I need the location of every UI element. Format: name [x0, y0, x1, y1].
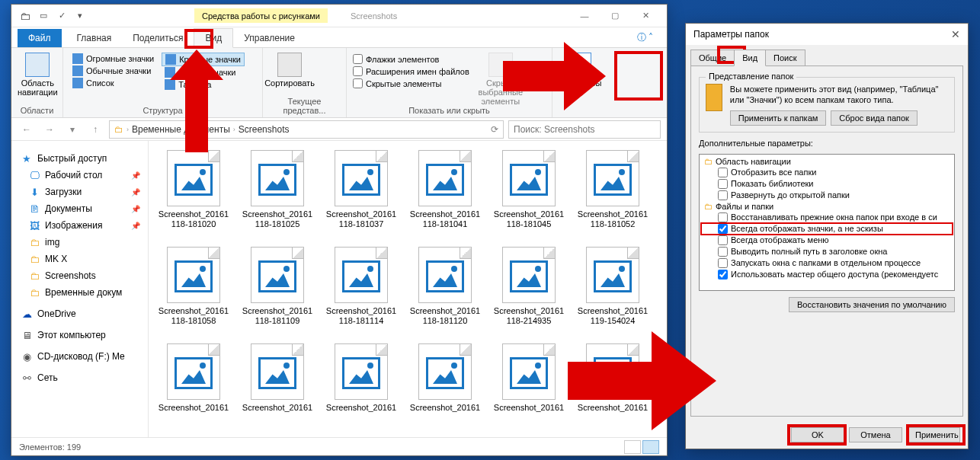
- nav-downloads[interactable]: ⬇Загрузки📌: [11, 184, 148, 200]
- forward-button[interactable]: →: [40, 120, 59, 139]
- show-all-folders-checkbox[interactable]: [718, 168, 728, 177]
- back-button[interactable]: ←: [18, 120, 36, 139]
- up-button[interactable]: ↑: [86, 120, 104, 139]
- hidden-items-toggle[interactable]: Скрытые элементы: [353, 78, 469, 88]
- file-item[interactable]: Screenshot_20161: [237, 340, 318, 436]
- file-item[interactable]: Screenshot_20161118-181045: [488, 147, 569, 242]
- apply-button[interactable]: Применить: [907, 427, 960, 442]
- breadcrumb[interactable]: 🗀› Временные документы› Screenshots ⟳: [109, 120, 504, 139]
- file-item[interactable]: Screenshot_20161: [405, 340, 485, 436]
- advanced-settings-list[interactable]: 🗀Область навигации Отобразить все папки …: [699, 154, 955, 291]
- file-item[interactable]: Screenshot_20161: [488, 340, 569, 436]
- file-item[interactable]: Screenshot_20161118-181058: [153, 244, 234, 339]
- recent-dropdown[interactable]: ▾: [63, 120, 82, 139]
- title-bar: 🗀 ▭ ✓ ▾ Средства работы с рисунками Scre…: [11, 5, 667, 27]
- sort-button[interactable]: Сортировать: [269, 53, 310, 88]
- layout-huge-icons[interactable]: Огромные значки: [69, 53, 157, 65]
- layout-medium-icons[interactable]: Обычные значки: [69, 65, 157, 77]
- separate-process-checkbox[interactable]: [718, 258, 728, 268]
- file-item[interactable]: Screenshot_20161118-181120: [405, 244, 485, 339]
- nav-screenshots[interactable]: 🗀Screenshots: [11, 267, 148, 284]
- apply-to-folders-button[interactable]: Применить к папкам: [730, 110, 827, 126]
- item-checkboxes-toggle[interactable]: Флажки элементов: [353, 54, 469, 64]
- file-extensions-toggle[interactable]: Расширения имен файлов: [353, 66, 469, 76]
- ribbon-group-label: Показать или скрыть: [353, 106, 546, 117]
- window-title: Screenshots: [351, 11, 397, 21]
- file-item[interactable]: Screenshot_20161118-181109: [237, 244, 318, 339]
- refresh-icon[interactable]: ⟳: [491, 124, 498, 135]
- file-item[interactable]: Screenshot_20161118-214935: [488, 244, 569, 339]
- search-input[interactable]: [508, 120, 661, 139]
- nav-cd-drive[interactable]: ◉CD-дисковод (F:) Me: [11, 348, 148, 365]
- ribbon-group-label: Текущее представ...: [269, 97, 340, 117]
- minimize-button[interactable]: —: [569, 5, 600, 27]
- search-tab[interactable]: Поиск: [765, 50, 805, 66]
- nav-this-pc[interactable]: 🖥Этот компьютер: [11, 327, 148, 343]
- nav-onedrive[interactable]: ☁OneDrive: [11, 305, 148, 322]
- nav-pictures[interactable]: 🖼Изображения📌: [11, 217, 148, 234]
- restore-defaults-button[interactable]: Восстановить значения по умолчанию: [789, 297, 955, 312]
- folder-options-dialog: Параметры папок ✕ Общие Вид Поиск Предст…: [685, 23, 969, 449]
- show-libraries-checkbox[interactable]: [718, 179, 728, 189]
- file-item[interactable]: Screenshot_20161118-181037: [321, 147, 402, 242]
- quick-access[interactable]: ★Быстрый доступ: [11, 150, 148, 167]
- file-explorer-window: 🗀 ▭ ✓ ▾ Средства работы с рисунками Scre…: [11, 4, 668, 456]
- restore-windows-checkbox[interactable]: [718, 212, 728, 222]
- layout-table[interactable]: Таблица: [162, 78, 245, 91]
- nav-network[interactable]: ⚯Сеть: [11, 369, 148, 386]
- file-item[interactable]: Screenshot_20161119-154024: [572, 244, 653, 339]
- qat-properties-icon[interactable]: ▭: [36, 8, 51, 24]
- file-item[interactable]: Screenshot_20161: [321, 340, 402, 436]
- nav-img[interactable]: 🗀img: [11, 234, 148, 251]
- nav-temp[interactable]: 🗀Временные докум: [11, 284, 148, 301]
- cancel-button[interactable]: Отмена: [849, 427, 902, 442]
- always-show-icons-checkbox[interactable]: [718, 224, 728, 234]
- file-item[interactable]: Screenshot_20161118-181052: [572, 147, 653, 242]
- ok-button[interactable]: OK: [791, 427, 844, 442]
- file-item[interactable]: Screenshot_20161: [153, 340, 234, 436]
- folder-icon: 🗀: [18, 8, 33, 24]
- details-view-button[interactable]: [624, 440, 641, 454]
- share-tab[interactable]: Поделиться: [122, 29, 194, 47]
- file-item[interactable]: Screenshot_20161118-181114: [321, 244, 402, 339]
- file-item[interactable]: Screenshot_20161: [572, 340, 653, 436]
- nav-mkx[interactable]: 🗀MK X: [11, 251, 148, 267]
- qat-dropdown-icon[interactable]: ▾: [72, 8, 88, 24]
- file-item[interactable]: Screenshot_20161118-181020: [153, 147, 234, 242]
- ribbon-tabs: Файл Главная Поделиться Вид Управление ⓘ…: [11, 27, 667, 48]
- item-count: Элементов: 199: [19, 442, 81, 452]
- sharing-wizard-checkbox[interactable]: [718, 270, 728, 280]
- file-item[interactable]: Screenshot_20161118-181041: [405, 147, 485, 242]
- general-tab[interactable]: Общие: [690, 50, 735, 66]
- layout-list[interactable]: Список: [69, 77, 157, 89]
- expand-to-open-checkbox[interactable]: [718, 190, 728, 200]
- ribbon-help-icon[interactable]: ⓘ ˄: [629, 28, 661, 47]
- maximize-button[interactable]: ▢: [600, 5, 630, 27]
- manage-tab[interactable]: Управление: [233, 29, 306, 47]
- advanced-settings-label: Дополнительные параметры:: [699, 139, 955, 148]
- nav-desktop[interactable]: 🖵Рабочий стол📌: [11, 167, 148, 184]
- layout-large-icons[interactable]: Крупные значки: [162, 53, 245, 66]
- options-button[interactable]: Параметры: [559, 53, 600, 88]
- file-list[interactable]: Screenshot_20161118-181020Screenshot_201…: [149, 141, 667, 437]
- dialog-title-bar: Параметры папок ✕: [686, 24, 968, 45]
- address-bar: ← → ▾ ↑ 🗀› Временные документы› Screensh…: [11, 118, 667, 141]
- view-tab[interactable]: Вид: [194, 28, 233, 48]
- status-bar: Элементов: 199: [11, 437, 667, 455]
- full-path-title-checkbox[interactable]: [718, 247, 728, 257]
- navigation-pane: ★Быстрый доступ 🖵Рабочий стол📌 ⬇Загрузки…: [11, 141, 149, 437]
- dialog-close-button[interactable]: ✕: [951, 28, 960, 40]
- home-tab[interactable]: Главная: [66, 29, 123, 47]
- layout-small-icons[interactable]: Мелкие значки: [162, 66, 245, 78]
- file-tab[interactable]: Файл: [18, 29, 62, 47]
- qat-new-folder-icon[interactable]: ✓: [54, 8, 69, 24]
- icons-view-button[interactable]: [642, 440, 659, 454]
- view-tab[interactable]: Вид: [734, 50, 766, 66]
- nav-documents[interactable]: 🖹Документы📌: [11, 200, 148, 217]
- picture-tools-contextual-tab: Средства работы с рисунками: [194, 8, 328, 23]
- navigation-pane-button[interactable]: Область навигации: [18, 53, 58, 97]
- always-show-menu-checkbox[interactable]: [718, 235, 728, 245]
- reset-folders-button[interactable]: Сброс вида папок: [831, 110, 918, 126]
- close-button[interactable]: ✕: [630, 5, 661, 27]
- file-item[interactable]: Screenshot_20161118-181025: [237, 147, 318, 242]
